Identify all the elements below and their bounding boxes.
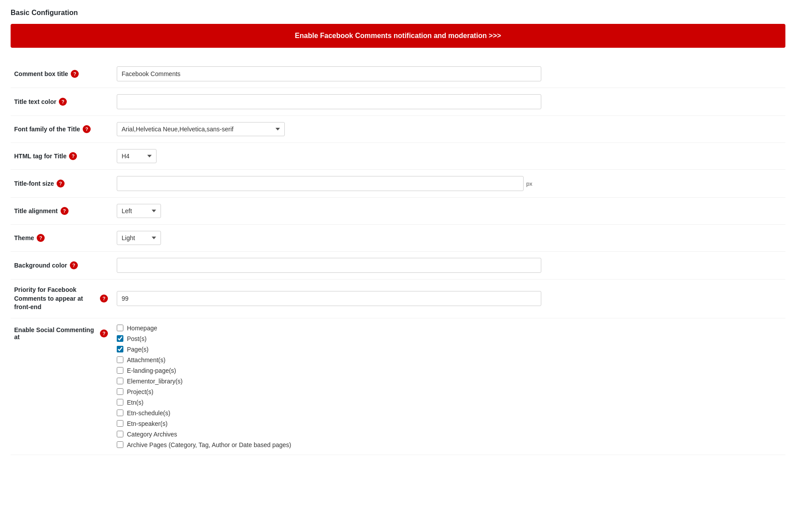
comment-box-title-label-wrap: Comment box title ? <box>14 70 108 78</box>
checkbox-2[interactable] <box>117 346 123 352</box>
social-commenting-label-wrap: Enable Social Commenting at ? <box>14 326 108 341</box>
checkbox-3[interactable] <box>117 356 123 363</box>
title-font-size-row: Title-font size ? px <box>11 170 785 198</box>
priority-label: Priority for Facebook Comments to appear… <box>14 286 97 312</box>
checkbox-label: Etn-speaker(s) <box>127 420 168 427</box>
list-item: Page(s) <box>117 346 782 353</box>
title-text-color-row: Title text color ? <box>11 88 785 116</box>
list-item: Project(s) <box>117 388 782 395</box>
list-item: Archive Pages (Category, Tag, Author or … <box>117 441 782 448</box>
checkbox-label: Attachment(s) <box>127 356 165 364</box>
checkbox-label: Etn-schedule(s) <box>127 410 170 417</box>
background-color-input[interactable] <box>117 258 541 273</box>
list-item: Etn-schedule(s) <box>117 410 782 417</box>
list-item: Post(s) <box>117 335 782 342</box>
checkbox-label: Elementor_library(s) <box>127 378 183 385</box>
font-family-help-icon[interactable]: ? <box>83 125 91 133</box>
title-alignment-help-icon[interactable]: ? <box>61 207 69 215</box>
font-family-select[interactable]: Arial,Helvetica Neue,Helvetica,sans-seri… <box>117 122 285 136</box>
priority-input[interactable] <box>117 291 541 306</box>
title-font-size-wrap: px <box>117 176 782 191</box>
checkbox-label: Post(s) <box>127 335 146 342</box>
font-family-label: Font family of the Title <box>14 126 80 133</box>
comment-box-title-label: Comment box title <box>14 70 68 77</box>
comment-box-title-help-icon[interactable]: ? <box>71 70 79 78</box>
checkbox-label: Category Archives <box>127 431 177 438</box>
title-font-size-input[interactable] <box>117 176 524 191</box>
background-color-label-wrap: Background color ? <box>14 261 108 269</box>
priority-label-wrap: Priority for Facebook Comments to appear… <box>14 286 108 312</box>
list-item: Elementor_library(s) <box>117 378 782 385</box>
background-color-row: Background color ? <box>11 252 785 279</box>
html-tag-select[interactable]: H1H2H3H4H5H6pspandiv <box>117 149 157 163</box>
list-item: Etn-speaker(s) <box>117 420 782 427</box>
checkbox-7[interactable] <box>117 399 123 406</box>
social-commenting-row: Enable Social Commenting at ? HomepagePo… <box>11 318 785 455</box>
checkbox-label: Archive Pages (Category, Tag, Author or … <box>127 441 291 448</box>
checkbox-8[interactable] <box>117 410 123 416</box>
title-text-color-help-icon[interactable]: ? <box>59 98 67 106</box>
html-tag-help-icon[interactable]: ? <box>69 152 77 160</box>
title-font-size-label-wrap: Title-font size ? <box>14 180 108 188</box>
html-tag-row: HTML tag for Title ? H1H2H3H4H5H6pspandi… <box>11 143 785 170</box>
list-item: E-landing-page(s) <box>117 367 782 374</box>
checkbox-6[interactable] <box>117 388 123 395</box>
font-family-row: Font family of the Title ? Arial,Helveti… <box>11 116 785 143</box>
title-alignment-select[interactable]: LeftCenterRight <box>117 204 161 218</box>
comment-box-title-input[interactable] <box>117 66 541 81</box>
checkbox-9[interactable] <box>117 420 123 427</box>
theme-label-wrap: Theme ? <box>14 234 108 242</box>
social-commenting-label: Enable Social Commenting at <box>14 326 97 341</box>
theme-help-icon[interactable]: ? <box>37 234 45 242</box>
list-item: Etn(s) <box>117 399 782 406</box>
enable-facebook-comments-button[interactable]: Enable Facebook Comments notification an… <box>11 24 785 48</box>
title-alignment-label-wrap: Title alignment ? <box>14 207 108 215</box>
theme-label: Theme <box>14 234 34 241</box>
checkbox-11[interactable] <box>117 441 123 448</box>
checkbox-label: Etn(s) <box>127 399 143 406</box>
font-family-label-wrap: Font family of the Title ? <box>14 125 108 133</box>
checkbox-10[interactable] <box>117 431 123 437</box>
title-font-size-help-icon[interactable]: ? <box>57 180 65 188</box>
title-text-color-label: Title text color <box>14 98 56 105</box>
theme-select[interactable]: LightDark <box>117 231 161 245</box>
list-item: Attachment(s) <box>117 356 782 364</box>
checkbox-label: Page(s) <box>127 346 149 353</box>
px-suffix: px <box>526 180 532 187</box>
html-tag-label: HTML tag for Title <box>14 153 66 160</box>
title-text-color-input[interactable] <box>117 94 541 109</box>
basic-config-form: Comment box title ? Title text color ? F… <box>11 60 785 455</box>
title-alignment-label: Title alignment <box>14 207 58 214</box>
checkbox-5[interactable] <box>117 378 123 384</box>
checkbox-label: Homepage <box>127 325 157 332</box>
comment-box-title-row: Comment box title ? <box>11 60 785 88</box>
title-alignment-row: Title alignment ? LeftCenterRight <box>11 198 785 225</box>
list-item: Homepage <box>117 325 782 332</box>
background-color-label: Background color <box>14 262 67 269</box>
page-title: Basic Configuration <box>11 9 785 17</box>
checkbox-4[interactable] <box>117 367 123 374</box>
checkbox-0[interactable] <box>117 325 123 331</box>
html-tag-label-wrap: HTML tag for Title ? <box>14 152 108 160</box>
theme-row: Theme ? LightDark <box>11 225 785 252</box>
checkbox-label: Project(s) <box>127 388 153 395</box>
title-text-color-label-wrap: Title text color ? <box>14 98 108 106</box>
social-commenting-help-icon[interactable]: ? <box>100 329 108 337</box>
social-commenting-checkboxes: HomepagePost(s)Page(s)Attachment(s)E-lan… <box>117 325 782 448</box>
priority-help-icon[interactable]: ? <box>100 295 108 302</box>
checkbox-1[interactable] <box>117 335 123 342</box>
checkbox-label: E-landing-page(s) <box>127 367 176 374</box>
priority-row: Priority for Facebook Comments to appear… <box>11 279 785 318</box>
title-font-size-label: Title-font size <box>14 180 54 187</box>
list-item: Category Archives <box>117 431 782 438</box>
background-color-help-icon[interactable]: ? <box>70 261 78 269</box>
